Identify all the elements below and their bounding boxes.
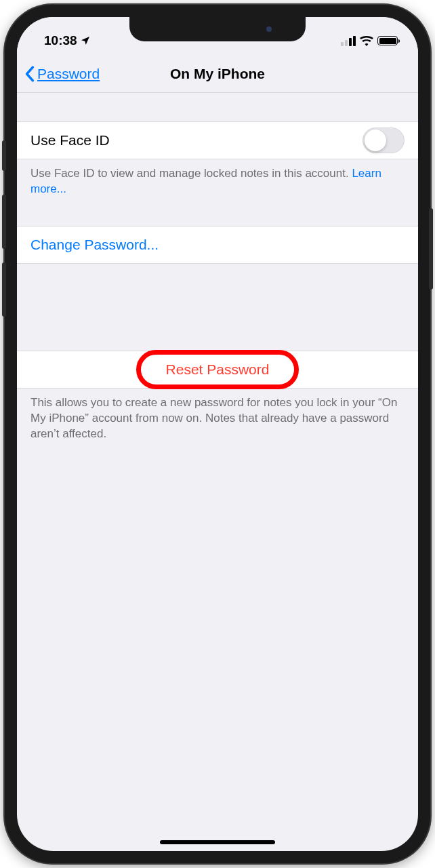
volume-up-button [2, 195, 6, 249]
back-button[interactable]: Password [25, 66, 100, 82]
annotation-highlight [136, 350, 299, 389]
nav-bar: Password On My iPhone [17, 55, 418, 93]
home-indicator[interactable] [160, 840, 275, 844]
status-time: 10:38 [44, 33, 77, 48]
screen: 10:38 [17, 17, 418, 851]
location-icon [80, 35, 91, 46]
chevron-left-icon [25, 66, 35, 82]
battery-icon [377, 36, 398, 45]
cellular-icon [341, 36, 356, 46]
change-password-label: Change Password... [30, 237, 159, 253]
back-label: Password [37, 66, 100, 82]
use-face-id-row: Use Face ID [17, 121, 418, 159]
notch [129, 17, 306, 41]
side-button [2, 140, 6, 171]
use-face-id-label: Use Face ID [30, 132, 362, 149]
toggle-knob [365, 130, 386, 151]
change-password-row[interactable]: Change Password... [17, 226, 418, 264]
reset-password-row[interactable]: Reset Password [17, 351, 418, 389]
reset-footer-text: This allows you to create a new password… [30, 396, 397, 440]
face-id-footer-text: Use Face ID to view and manage locked no… [30, 167, 352, 180]
power-button [429, 208, 433, 290]
front-camera-icon [266, 26, 272, 32]
phone-frame: 10:38 [5, 5, 430, 863]
reset-footer: This allows you to create a new password… [17, 389, 418, 442]
nav-title: On My iPhone [170, 66, 265, 82]
volume-down-button [2, 262, 6, 317]
use-face-id-toggle[interactable] [362, 127, 405, 153]
face-id-footer: Use Face ID to view and manage locked no… [17, 159, 418, 197]
status-right [341, 36, 398, 46]
wifi-icon [360, 36, 373, 46]
content: Use Face ID Use Face ID to view and mana… [17, 93, 418, 442]
status-left: 10:38 [44, 33, 91, 48]
